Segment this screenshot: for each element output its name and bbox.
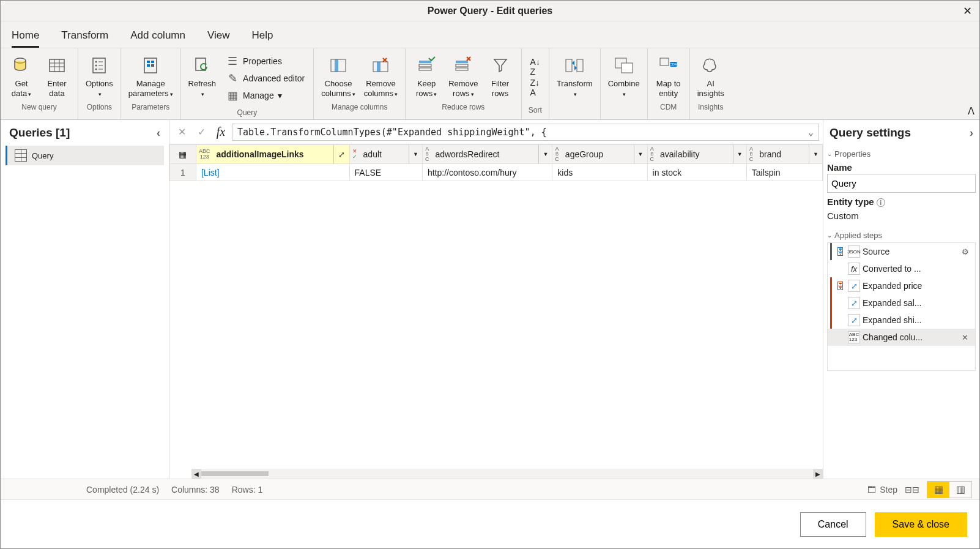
type-icon[interactable]: ABC123 (196, 145, 213, 163)
tab-add-column[interactable]: Add column (130, 29, 185, 48)
column-header[interactable]: ABC brand ▼ (746, 145, 822, 164)
horizontal-scrollbar[interactable]: ◀ ▶ (191, 469, 823, 479)
tab-transform[interactable]: Transform (61, 29, 108, 48)
sort-desc-button[interactable]: Z↓A (530, 78, 540, 97)
step-item[interactable]: ABC123 Changed colu... ✕ (828, 329, 975, 346)
cell[interactable]: http://contoso.com/hury (422, 164, 552, 181)
cdm-icon: CDM (656, 53, 681, 78)
column-header[interactable]: ABC123 additionalImageLinks ⤢ (196, 145, 349, 164)
manage-button[interactable]: ▦ Manage ▾ (223, 88, 307, 103)
save-close-button[interactable]: Save & close (875, 512, 967, 537)
grid-view-button[interactable]: ▦ (927, 482, 949, 498)
cancel-formula-button[interactable]: ✕ (173, 124, 190, 141)
diagram-view-button[interactable]: ⊟⊟ (905, 485, 919, 495)
cancel-button[interactable]: Cancel (800, 512, 866, 537)
remove-columns-button[interactable]: Remove columns▾ (360, 51, 401, 100)
tab-home[interactable]: Home (12, 29, 39, 48)
applied-steps-toggle[interactable]: ⌄ Applied steps (827, 231, 976, 240)
filter-icon[interactable]: ▼ (409, 145, 422, 163)
choose-columns-button[interactable]: Choose columns▾ (317, 51, 358, 100)
svg-rect-33 (660, 58, 669, 65)
svg-rect-30 (577, 59, 583, 72)
step-item[interactable]: ⤢ Expanded shi... (828, 312, 975, 329)
group-label-options: Options (87, 100, 112, 114)
keep-rows-button[interactable]: Keep rows▾ (409, 51, 444, 100)
query-item-label: Query (32, 151, 53, 160)
step-item[interactable]: ⤢ Expanded sal... (828, 294, 975, 312)
collapse-settings-button[interactable]: › (970, 127, 973, 140)
combine-button[interactable]: Combine▾ (604, 51, 644, 100)
filter-icon[interactable]: ▼ (634, 145, 647, 163)
collapse-queries-button[interactable]: ‹ (157, 127, 160, 140)
json-icon: JSON (848, 245, 860, 258)
query-name-input[interactable] (827, 174, 976, 193)
tab-help[interactable]: Help (252, 29, 273, 48)
scroll-left-button[interactable]: ◀ (191, 469, 201, 479)
cell[interactable]: in stock (647, 164, 746, 181)
type-icon[interactable]: ABC (747, 145, 756, 163)
type-icon[interactable]: ABC (423, 145, 432, 163)
step-button[interactable]: 🗔 Step (867, 485, 897, 495)
column-header[interactable]: ABC adwordsRedirect ▼ (422, 145, 552, 164)
filter-icon[interactable]: ▼ (538, 145, 552, 163)
options-button[interactable]: Options▾ (82, 51, 117, 100)
expand-icon[interactable]: ⤢ (333, 145, 349, 163)
enter-data-button[interactable]: Enter data (40, 51, 74, 100)
select-all-button[interactable]: ▦ (170, 145, 196, 164)
type-icon[interactable]: ABC (552, 145, 562, 163)
filter-icon[interactable]: ▼ (809, 145, 822, 163)
formula-input[interactable]: Table.TransformColumnTypes(#"Expanded sh… (232, 124, 819, 141)
ai-insights-button[interactable]: AI insights (694, 51, 728, 100)
transform-button[interactable]: Transform▾ (553, 51, 596, 100)
query-item[interactable]: Query (6, 146, 164, 165)
fx-icon[interactable]: fx (212, 124, 229, 141)
filter-rows-button[interactable]: Filter rows (483, 51, 518, 100)
properties-section-toggle[interactable]: ⌄ Properties (827, 149, 976, 159)
cell[interactable]: Tailspin (746, 164, 822, 181)
get-data-button[interactable]: Get data▾ (4, 51, 39, 100)
scroll-right-button[interactable]: ▶ (813, 469, 823, 479)
chevron-down-icon: ⌄ (827, 232, 832, 239)
svg-rect-24 (419, 64, 431, 67)
database-icon (9, 53, 34, 78)
column-header[interactable]: ABC availability ▼ (647, 145, 746, 164)
column-header[interactable]: ✕✓ adult ▼ (349, 145, 422, 164)
sort-desc-icon: Z↓A (530, 78, 540, 97)
manage-parameters-button[interactable]: Manage parameters▾ (125, 51, 177, 100)
expand-formula-button[interactable]: ⌄ (808, 127, 814, 138)
step-item[interactable]: fx Converted to ... (828, 260, 975, 277)
column-header[interactable]: ABC ageGroup ▼ (552, 145, 647, 164)
group-label-sort: Sort (529, 103, 542, 117)
entity-type-label: Entity type i (827, 196, 976, 207)
step-item[interactable]: 🗄 ⤢ Expanded price (828, 277, 975, 294)
filter-icon[interactable]: ▼ (733, 145, 746, 163)
svg-rect-20 (335, 59, 338, 72)
scroll-thumb[interactable] (201, 471, 269, 476)
cell-link[interactable]: [List] (201, 168, 220, 177)
step-item[interactable]: 🗄 JSON Source ⚙ (828, 243, 975, 260)
row-number[interactable]: 1 (170, 164, 196, 181)
cell[interactable]: FALSE (349, 164, 422, 181)
group-label-reduce-rows: Reduce rows (442, 100, 484, 114)
queries-header: Queries [1] (9, 126, 70, 140)
schema-view-button[interactable]: ▥ (949, 482, 971, 498)
remove-rows-button[interactable]: Remove rows▾ (445, 51, 481, 100)
gear-icon[interactable]: ⚙ (962, 247, 973, 256)
tab-view[interactable]: View (207, 29, 230, 48)
cell[interactable]: kids (552, 164, 647, 181)
properties-button[interactable]: ☰ Properties (223, 53, 307, 69)
type-icon[interactable]: ✕✓ (350, 145, 360, 163)
map-to-entity-button[interactable]: CDM Map to entity (651, 51, 686, 100)
source-icon: 🗄 (834, 247, 845, 257)
delete-step-button[interactable]: ✕ (962, 333, 973, 342)
type-icon[interactable]: ABC (648, 145, 657, 163)
parameters-icon (138, 53, 163, 78)
accept-formula-button[interactable]: ✓ (193, 124, 210, 141)
table-row[interactable]: 1 [List] FALSE http://contoso.com/hury k… (170, 164, 823, 181)
collapse-ribbon-button[interactable]: ᐱ (968, 105, 974, 117)
advanced-editor-button[interactable]: ✎ Advanced editor (223, 70, 307, 86)
close-button[interactable]: ✕ (955, 1, 979, 21)
refresh-button[interactable]: Refresh▾ (185, 51, 220, 106)
info-icon[interactable]: i (877, 198, 885, 207)
sort-asc-button[interactable]: A↓Z (530, 57, 540, 77)
